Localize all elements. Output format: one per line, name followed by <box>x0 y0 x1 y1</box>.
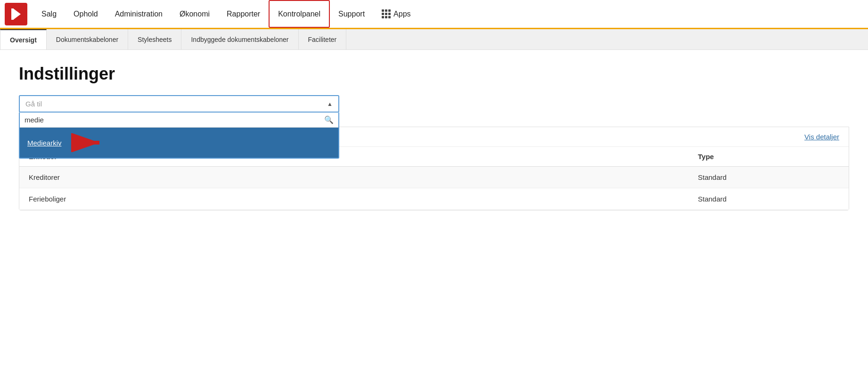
goto-trigger[interactable]: Gå til ▲ <box>19 95 339 113</box>
nav-item-rapporter[interactable]: Rapporter <box>218 0 269 28</box>
apps-grid-icon <box>382 9 391 18</box>
goto-placeholder: Gå til <box>25 100 42 108</box>
nav-item-apps[interactable]: Apps <box>373 0 419 28</box>
subnav-item-dokumentskabeloner[interactable]: Dokumentskabeloner <box>47 29 128 49</box>
nav-item-administration[interactable]: Administration <box>106 0 171 28</box>
col-header-type: Type <box>698 153 839 161</box>
search-box: 🔍 <box>20 113 338 128</box>
mediearkiv-link[interactable]: Mediearkiv <box>27 139 62 147</box>
nav-item-kontrolpanel[interactable]: Kontrolpanel <box>269 0 330 28</box>
nav-item-oekonomi[interactable]: Økonomi <box>171 0 218 28</box>
main-content: Indstillinger Gå til ▲ 🔍 Mediearkiv <box>0 50 868 225</box>
cell-type-ferieboliger: Standard <box>698 195 839 203</box>
subnav-item-oversigt[interactable]: Oversigt <box>0 29 47 49</box>
top-nav: Salg Ophold Administration Økonomi Rappo… <box>0 0 868 29</box>
nav-item-ophold[interactable]: Ophold <box>65 0 106 28</box>
subnav-item-stylesheets[interactable]: Stylesheets <box>128 29 181 49</box>
nav-items: Salg Ophold Administration Økonomi Rappo… <box>33 0 419 28</box>
subnav-item-faciliteter[interactable]: Faciliteter <box>299 29 347 49</box>
dropdown-results: Mediearkiv <box>20 128 338 158</box>
table-row: Kreditorer Standard <box>19 167 849 188</box>
table-row: Ferieboliger Standard <box>19 188 849 210</box>
sub-nav: Oversigt Dokumentskabeloner Stylesheets … <box>0 29 868 50</box>
vis-detaljer-link[interactable]: Vis detaljer <box>804 133 839 141</box>
goto-select[interactable]: Gå til ▲ 🔍 Mediearkiv <box>19 95 339 113</box>
page-title: Indstillinger <box>19 64 849 84</box>
nav-item-salg[interactable]: Salg <box>33 0 65 28</box>
chevron-up-icon: ▲ <box>327 101 333 107</box>
goto-dropdown: 🔍 Mediearkiv <box>19 113 339 159</box>
nav-item-support[interactable]: Support <box>330 0 373 28</box>
cell-enheder-ferieboliger: Ferieboliger <box>29 195 698 203</box>
cell-type-kreditorer: Standard <box>698 173 839 181</box>
subnav-item-indbyggede[interactable]: Indbyggede dokumentskabeloner <box>181 29 298 49</box>
svg-rect-1 <box>11 8 14 20</box>
svg-marker-0 <box>13 8 21 20</box>
apps-label: Apps <box>393 10 410 18</box>
cell-enheder-kreditorer: Kreditorer <box>29 173 698 181</box>
red-arrow-icon <box>71 133 109 152</box>
search-input[interactable] <box>25 116 321 124</box>
logo[interactable] <box>5 3 27 25</box>
search-icon: 🔍 <box>324 115 334 124</box>
dropdown-item-mediearkiv[interactable]: Mediearkiv <box>20 128 338 158</box>
